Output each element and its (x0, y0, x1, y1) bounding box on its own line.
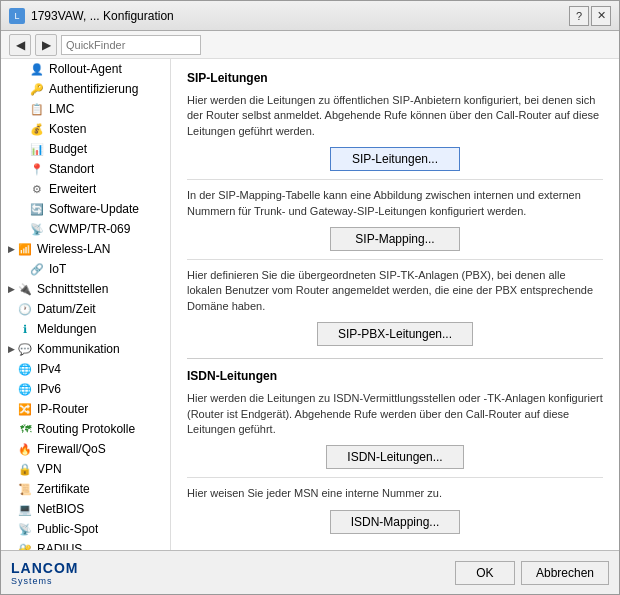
sidebar-item-auth[interactable]: 🔑 Authentifizierung (1, 79, 170, 99)
isdn-leitungen-button[interactable]: ISDN-Leitungen... (326, 445, 463, 469)
sidebar-item-ip-router[interactable]: 🔀 IP-Router (1, 399, 170, 419)
sip-leitungen-button[interactable]: SIP-Leitungen... (330, 147, 460, 171)
ok-button[interactable]: OK (455, 561, 515, 585)
sidebar-item-ipv6[interactable]: 🌐 IPv6 (1, 379, 170, 399)
isdn-mapping-button[interactable]: ISDN-Mapping... (330, 510, 461, 534)
public-spot-icon: 📡 (17, 521, 33, 537)
cancel-button[interactable]: Abbrechen (521, 561, 609, 585)
sidebar-label: RADIUS (37, 542, 82, 550)
forward-button[interactable]: ▶ (35, 34, 57, 56)
sip-pbx-btn-section: SIP-PBX-Leitungen... (187, 322, 603, 346)
sidebar-label: CWMP/TR-069 (49, 222, 130, 236)
isdn-btn-section: ISDN-Leitungen... (187, 445, 603, 469)
sidebar-item-budget[interactable]: 📊 Budget (1, 139, 170, 159)
cwmp-icon: 📡 (29, 221, 45, 237)
footer-logo: LANCOM Systems (11, 560, 78, 586)
back-button[interactable]: ◀ (9, 34, 31, 56)
main-window: L 1793VAW, ... Konfiguration ? ✕ ◀ ▶ 👤 R… (0, 0, 620, 595)
sip-mapping-desc: In der SIP-Mapping-Tabelle kann eine Abb… (187, 188, 603, 219)
footer-buttons: OK Abbrechen (455, 561, 609, 585)
sidebar-item-kosten[interactable]: 💰 Kosten (1, 119, 170, 139)
sip-btn-section: SIP-Leitungen... (187, 147, 603, 171)
isdn-mapping-btn-section: ISDN-Mapping... (187, 510, 603, 534)
sidebar-item-vpn[interactable]: 🔒 VPN (1, 459, 170, 479)
close-button[interactable]: ✕ (591, 6, 611, 26)
sidebar-label: Standort (49, 162, 94, 176)
firewall-icon: 🔥 (17, 441, 33, 457)
radius-icon: 🔐 (17, 541, 33, 550)
sidebar-item-software-update[interactable]: 🔄 Software-Update (1, 199, 170, 219)
sidebar-item-cwmp[interactable]: 📡 CWMP/TR-069 (1, 219, 170, 239)
sip-pbx-desc: Hier definieren Sie die übergeordneten S… (187, 268, 603, 314)
divider3 (187, 477, 603, 478)
sidebar-label: LMC (49, 102, 74, 116)
sidebar-label: IPv6 (37, 382, 61, 396)
standort-icon: 📍 (29, 161, 45, 177)
app-icon: L (9, 8, 25, 24)
expander: ▶ (5, 284, 17, 294)
sidebar-label: Erweitert (49, 182, 96, 196)
sidebar-label: Kommunikation (37, 342, 120, 356)
sidebar-label: IPv4 (37, 362, 61, 376)
sidebar-label: Authentifizierung (49, 82, 138, 96)
sidebar-item-ipv4[interactable]: 🌐 IPv4 (1, 359, 170, 379)
sidebar-label: VPN (37, 462, 62, 476)
window-title: 1793VAW, ... Konfiguration (31, 9, 174, 23)
expander: ▶ (5, 244, 17, 254)
sidebar-item-lmc[interactable]: 📋 LMC (1, 99, 170, 119)
sidebar-item-public-spot[interactable]: 📡 Public-Spot (1, 519, 170, 539)
sidebar-label: Schnittstellen (37, 282, 108, 296)
sidebar-item-zertifikate[interactable]: 📜 Zertifikate (1, 479, 170, 499)
sidebar-item-wireless-lan[interactable]: ▶ 📶 Wireless-LAN (1, 239, 170, 259)
sidebar-item-iot[interactable]: 🔗 IoT (1, 259, 170, 279)
netbios-icon: 💻 (17, 501, 33, 517)
sidebar-item-netbios[interactable]: 💻 NetBIOS (1, 499, 170, 519)
sip-section-desc: Hier werden die Leitungen zu öffentliche… (187, 93, 603, 139)
meldungen-icon: ℹ (17, 321, 33, 337)
vpn-icon: 🔒 (17, 461, 33, 477)
help-button[interactable]: ? (569, 6, 589, 26)
sidebar: 👤 Rollout-Agent 🔑 Authentifizierung 📋 LM… (1, 59, 171, 550)
schnittstellen-icon: 🔌 (17, 281, 33, 297)
auth-icon: 🔑 (29, 81, 45, 97)
sidebar-label: IoT (49, 262, 66, 276)
sidebar-item-schnittstellen[interactable]: ▶ 🔌 Schnittstellen (1, 279, 170, 299)
datumzeit-icon: 🕐 (17, 301, 33, 317)
sidebar-item-firewall[interactable]: 🔥 Firewall/QoS (1, 439, 170, 459)
sidebar-item-datumzeit[interactable]: 🕐 Datum/Zeit (1, 299, 170, 319)
toolbar: ◀ ▶ (1, 31, 619, 59)
sip-mapping-btn-section: SIP-Mapping... (187, 227, 603, 251)
ipv4-icon: 🌐 (17, 361, 33, 377)
isdn-mapping-desc: Hier weisen Sie jeder MSN eine interne N… (187, 486, 603, 501)
sidebar-label: Public-Spot (37, 522, 98, 536)
sidebar-label: Datum/Zeit (37, 302, 96, 316)
title-bar: L 1793VAW, ... Konfiguration ? ✕ (1, 1, 619, 31)
kommunikation-icon: 💬 (17, 341, 33, 357)
sidebar-label: Kosten (49, 122, 86, 136)
title-bar-controls: ? ✕ (569, 6, 611, 26)
search-input[interactable] (66, 39, 196, 51)
sip-mapping-button[interactable]: SIP-Mapping... (330, 227, 460, 251)
kosten-icon: 💰 (29, 121, 45, 137)
sidebar-item-radius[interactable]: 🔐 RADIUS (1, 539, 170, 550)
footer: LANCOM Systems OK Abbrechen (1, 550, 619, 594)
sidebar-item-meldungen[interactable]: ℹ Meldungen (1, 319, 170, 339)
sidebar-item-standort[interactable]: 📍 Standort (1, 159, 170, 179)
sidebar-item-rollout-agent[interactable]: 👤 Rollout-Agent (1, 59, 170, 79)
sip-pbx-button[interactable]: SIP-PBX-Leitungen... (317, 322, 473, 346)
ip-router-icon: 🔀 (17, 401, 33, 417)
search-box (61, 35, 201, 55)
sidebar-item-kommunikation[interactable]: ▶ 💬 Kommunikation (1, 339, 170, 359)
divider2 (187, 259, 603, 260)
main-divider (187, 358, 603, 359)
divider1 (187, 179, 603, 180)
lmc-icon: 📋 (29, 101, 45, 117)
sidebar-label: Meldungen (37, 322, 96, 336)
sidebar-item-erweitert[interactable]: ⚙ Erweitert (1, 179, 170, 199)
sidebar-label: Zertifikate (37, 482, 90, 496)
sidebar-item-routing[interactable]: 🗺 Routing Protokolle (1, 419, 170, 439)
sidebar-label: Firewall/QoS (37, 442, 106, 456)
rollout-agent-icon: 👤 (29, 61, 45, 77)
sidebar-label: Software-Update (49, 202, 139, 216)
sidebar-label: IP-Router (37, 402, 88, 416)
